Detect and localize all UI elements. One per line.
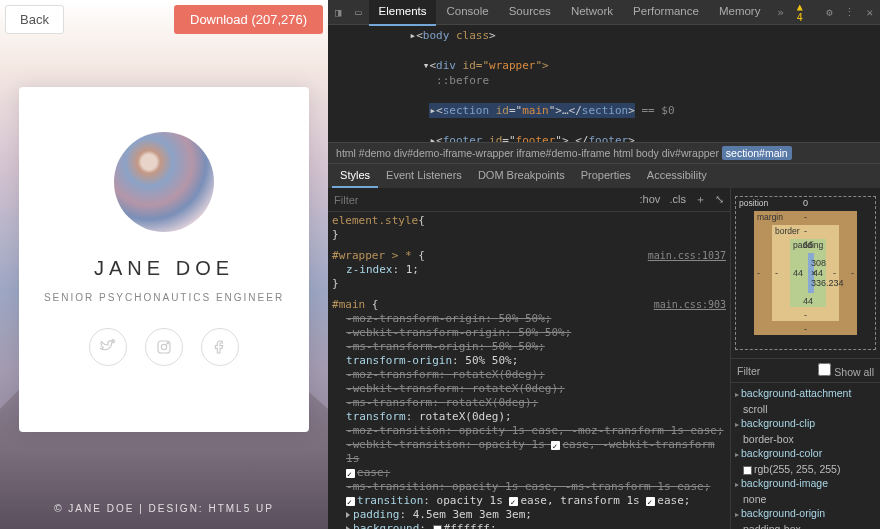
tab-performance[interactable]: Performance [623,0,709,26]
back-button[interactable]: Back [5,5,64,34]
settings-icon[interactable]: ⚙ [819,6,839,19]
box-model[interactable]: position0margin----border----padding6644… [731,188,880,358]
facebook-icon[interactable] [201,328,239,366]
devtools-panel: ◨ ▭ ElementsConsoleSourcesNetworkPerform… [328,0,880,529]
computed-filter-label: Filter [737,365,760,377]
breadcrumb[interactable]: html #demo div#demo-iframe-wrapper ifram… [328,142,880,164]
css-rules[interactable]: element.style{}#wrapper > * {main.css:10… [328,212,730,529]
styles-subtabs: StylesEvent ListenersDOM BreakpointsProp… [328,164,880,188]
tab-network[interactable]: Network [561,0,623,26]
svg-point-1 [161,344,166,349]
svg-point-2 [167,343,168,344]
subtab-properties[interactable]: Properties [573,164,639,188]
avatar [114,132,214,232]
download-button[interactable]: Download (207,276) [174,5,323,34]
close-icon[interactable]: ✕ [860,6,880,19]
subtab-accessibility[interactable]: Accessibility [639,164,715,188]
inspect-icon[interactable]: ◨ [328,6,348,19]
tab-console[interactable]: Console [436,0,498,26]
styles-pane: :hov .cls ＋ ⤡ element.style{}#wrapper > … [328,188,730,529]
demo-page: Back Download (207,276) JANE DOE SENIOR … [0,0,328,529]
subtab-dom-breakpoints[interactable]: DOM Breakpoints [470,164,573,188]
dom-tree[interactable]: ▸<body class> ▾<div id="wrapper"> ::befo… [328,25,880,142]
menu-icon[interactable]: ⋮ [840,6,860,19]
more-tabs-icon[interactable]: » [770,6,790,19]
profile-name: JANE DOE [94,257,234,280]
twitter-icon[interactable] [89,328,127,366]
cls-toggle[interactable]: .cls [669,193,686,205]
subtab-event-listeners[interactable]: Event Listeners [378,164,470,188]
devtools-tabs: ElementsConsoleSourcesNetworkPerformance… [369,0,771,26]
computed-sidebar: position0margin----border----padding6644… [730,188,880,529]
profile-role: SENIOR PSYCHONAUTICS ENGINEER [44,292,284,303]
profile-card: JANE DOE SENIOR PSYCHONAUTICS ENGINEER [19,87,309,432]
more-styles-icon[interactable]: ⤡ [715,193,724,205]
computed-filter-row: Filter Show all [731,358,880,383]
tab-memory[interactable]: Memory [709,0,771,26]
styles-filter-input[interactable] [334,194,414,206]
lower-pane: :hov .cls ＋ ⤡ element.style{}#wrapper > … [328,188,880,529]
warning-badge[interactable]: ▲ 4 [791,1,820,23]
tab-sources[interactable]: Sources [499,0,561,26]
computed-list[interactable]: ▸background-attachmentscroll▸background-… [731,383,880,529]
showall-label: Show all [834,366,874,378]
page-footer: © JANE DOE | DESIGN: HTML5 UP [0,503,328,514]
hov-toggle[interactable]: :hov [640,193,661,205]
new-style-button[interactable]: ＋ [695,193,706,205]
instagram-icon[interactable] [145,328,183,366]
social-icons [89,328,239,366]
styles-filter-row: :hov .cls ＋ ⤡ [328,188,730,212]
device-icon[interactable]: ▭ [348,6,368,19]
showall-checkbox[interactable] [818,363,831,376]
subtab-styles[interactable]: Styles [332,164,378,188]
top-bar: Back Download (207,276) [5,5,323,34]
devtools-topbar: ◨ ▭ ElementsConsoleSourcesNetworkPerform… [328,0,880,25]
tab-elements[interactable]: Elements [369,0,437,26]
